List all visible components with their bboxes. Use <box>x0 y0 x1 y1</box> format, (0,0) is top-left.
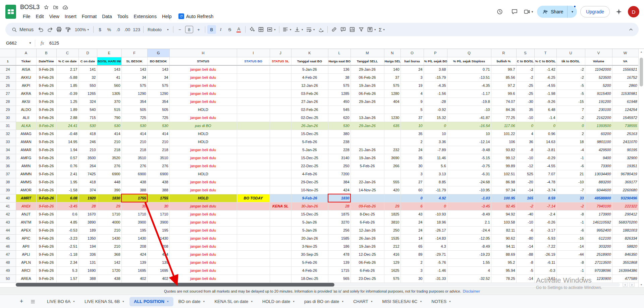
row-header-41[interactable]: 41 <box>0 202 16 210</box>
cell-K24[interactable]: 5-Jan-26 <box>291 65 328 73</box>
cell-I24[interactable] <box>237 65 270 73</box>
cell-I26[interactable] <box>237 81 270 89</box>
row-header-37[interactable]: 37 <box>0 170 16 178</box>
cell-T49[interactable]: -0.3 <box>534 266 556 274</box>
cell-D40[interactable]: 1920 <box>78 194 97 202</box>
menu-data[interactable]: Data <box>99 13 115 20</box>
column-header-U[interactable]: U <box>556 49 585 57</box>
cell-C37[interactable]: 2.41 <box>56 170 78 178</box>
cell-D44[interactable]: 189 <box>78 226 97 234</box>
cell-J37[interactable] <box>270 170 291 178</box>
cell-N32[interactable] <box>384 130 400 138</box>
cell-L44[interactable]: 256 <box>328 226 351 234</box>
cell-D36[interactable]: 264 <box>78 162 97 170</box>
cell-F29[interactable]: 505 <box>121 106 147 114</box>
cell-F49[interactable]: 1695 <box>121 266 147 274</box>
cell-M32[interactable] <box>351 130 384 138</box>
cell-U44[interactable]: -6 <box>556 226 585 234</box>
cell-G29[interactable]: 505 <box>147 106 169 114</box>
cell-R33[interactable]: 106 <box>491 138 516 146</box>
cell-I49[interactable] <box>237 266 270 274</box>
cell-I45[interactable] <box>237 234 270 242</box>
font-size-input[interactable]: 8 <box>185 26 193 33</box>
cell-W25[interactable]: 16752 <box>612 73 638 81</box>
cell-O34[interactable]: 24 <box>400 146 424 154</box>
cell-R42[interactable]: 94.92 <box>491 210 516 218</box>
cell-S29[interactable]: 35 <box>516 106 534 114</box>
horizontal-align-button[interactable]: ▼ <box>281 25 293 34</box>
cell-J38[interactable] <box>270 178 291 186</box>
cell-L40[interactable]: 1830 <box>328 194 351 202</box>
cell-U33[interactable]: 18 <box>556 138 585 146</box>
document-title[interactable]: BOSL3 <box>20 4 40 11</box>
italic-button[interactable]: I <box>216 25 225 34</box>
cell-I43[interactable] <box>237 218 270 226</box>
cell-M42[interactable]: 8-Dec-25 <box>351 210 384 218</box>
cell-P36[interactable]: 5.6 <box>424 162 447 170</box>
cell-L50[interactable]: 565 <box>328 274 351 283</box>
cell-W36[interactable]: 19351 <box>612 162 638 170</box>
cell-K28[interactable]: 27-Jan-26 <box>291 98 328 106</box>
cell-C31[interactable]: 24.41 <box>56 122 78 130</box>
cell-E24[interactable]: 143 <box>97 65 121 73</box>
cell-L42[interactable]: 1875 <box>328 210 351 218</box>
column-header-G[interactable]: G <box>147 49 169 57</box>
cell-I36[interactable] <box>237 162 270 170</box>
cell-C34[interactable]: 1.94 <box>56 146 78 154</box>
cell-L47[interactable]: 478 <box>328 250 351 258</box>
cell-N39[interactable]: 420 <box>384 186 400 194</box>
cell-C25[interactable]: -5.88 <box>56 73 78 81</box>
cell-I29[interactable] <box>237 106 270 114</box>
cell-T30[interactable]: -1.4 <box>534 114 556 122</box>
cell-B48[interactable]: 9-Feb-26 <box>36 258 56 266</box>
cell-Q45[interactable]: -12.05 <box>447 234 491 242</box>
column-header-T[interactable]: T <box>534 49 556 57</box>
cell-Q31[interactable]: -16.54 <box>447 122 491 130</box>
cell-S26[interactable]: -25 <box>516 81 534 89</box>
cell-I32[interactable] <box>237 130 270 138</box>
cell-L46[interactable]: 186 <box>328 242 351 250</box>
cell-C24[interactable]: 2.17 <box>56 65 78 73</box>
cell-W31[interactable]: 738555 <box>612 122 638 130</box>
cell-L30[interactable]: 620 <box>328 114 351 122</box>
cell-T27[interactable]: -1.98 <box>534 89 556 98</box>
cell-K50[interactable]: 18-Dec-25 <box>291 274 328 283</box>
cell-J33[interactable] <box>270 138 291 146</box>
cell-O26[interactable]: 19 <box>400 81 424 89</box>
row-header-40[interactable]: 40 <box>0 194 16 202</box>
cell-C36[interactable]: 0.76 <box>56 162 78 170</box>
cell-B33[interactable]: 9-Feb-26 <box>36 138 56 146</box>
cell-E26[interactable]: 560 <box>97 81 121 89</box>
cell-H38[interactable]: jangan beli dulu <box>169 178 237 186</box>
cell-P37[interactable]: 3.13 <box>424 170 447 178</box>
cell-K39[interactable]: 10-Nov-25 <box>291 186 328 194</box>
cell-W42[interactable]: 290412 <box>612 210 638 218</box>
cell-Q37[interactable]: -6.31 <box>447 170 491 178</box>
cell-W44[interactable]: 1881003 <box>612 226 638 234</box>
cell-P31[interactable]: 0 <box>424 122 447 130</box>
cell-Q24[interactable]: 0.71 <box>447 65 491 73</box>
cell-K43[interactable]: 5-Jan-26 <box>291 218 328 226</box>
cell-E41[interactable]: 29 <box>97 202 121 210</box>
disclaimer-link[interactable]: Disclaimer <box>463 289 480 293</box>
cell-E31[interactable]: 530 <box>97 122 121 130</box>
cell-R44[interactable]: 82.11 <box>491 226 516 234</box>
cell-C28[interactable]: 1.25 <box>56 98 78 106</box>
field-J1[interactable]: STATUS SL <box>270 57 291 65</box>
cell-E44[interactable]: 210 <box>97 226 121 234</box>
cell-P46[interactable]: 4.3 <box>424 242 447 250</box>
cell-A40[interactable]: AMRT <box>16 194 36 202</box>
cell-M25[interactable]: 06-Feb-26 <box>351 73 384 81</box>
cell-H24[interactable]: jangan beli dulu <box>169 65 237 73</box>
sheet-tab-hold-on-date[interactable]: HOLD on date▼ <box>258 297 299 306</box>
cell-J27[interactable] <box>270 89 291 98</box>
text-rotation-button[interactable]: A <box>317 25 325 34</box>
cell-V32[interactable]: 60200 <box>585 130 612 138</box>
cell-V41[interactable]: 7940100 <box>585 202 612 210</box>
cell-W45[interactable]: 826334 <box>612 234 638 242</box>
cell-T31[interactable]: 0 <box>534 122 556 130</box>
cell-F40[interactable]: 1755 <box>121 194 147 202</box>
cell-O30[interactable]: 37 <box>400 114 424 122</box>
row-header-24[interactable]: 24 <box>0 65 16 73</box>
cell-W35[interactable]: 32900 <box>612 154 638 162</box>
